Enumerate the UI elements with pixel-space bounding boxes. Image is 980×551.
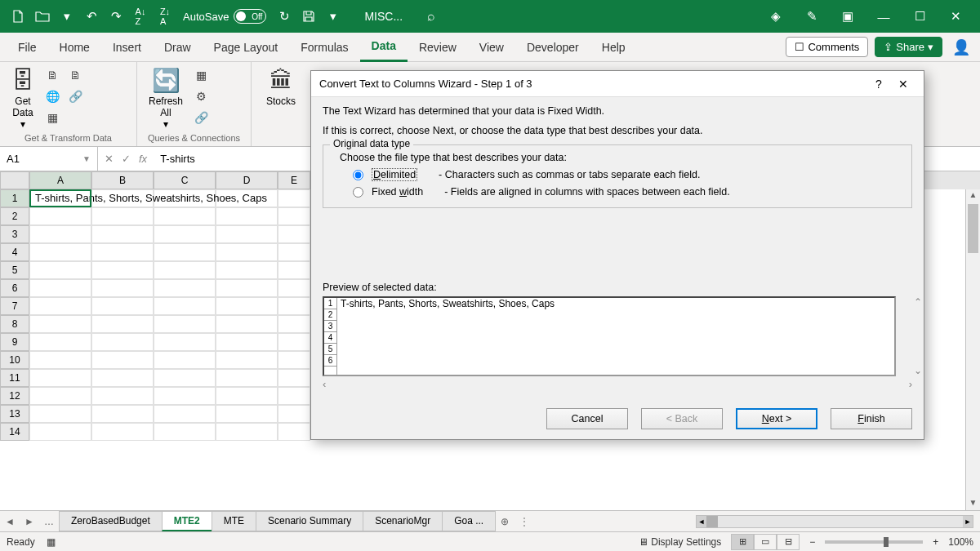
sheet-tab[interactable]: MTE [212,511,256,531]
help-button[interactable]: ? [866,78,891,91]
cell[interactable] [29,423,91,441]
from-table-icon[interactable]: ▦ [42,108,62,127]
sheet-nav-prev[interactable]: ◄ [0,516,20,527]
cell[interactable] [154,297,216,315]
stocks-button[interactable]: 🏛 Stocks [258,65,304,109]
normal-view-button[interactable]: ⊞ [731,534,754,550]
horizontal-scrollbar[interactable]: ◄ ► [696,515,973,528]
row-header[interactable]: 8 [0,315,29,333]
from-web-icon[interactable]: 🌐 [42,87,62,106]
cell[interactable] [278,333,310,351]
zoom-out-button[interactable]: − [809,536,815,548]
sort-desc-icon[interactable]: Z↓A [154,5,176,28]
cell[interactable] [216,243,278,261]
tab-file[interactable]: File [7,33,48,62]
col-header[interactable]: B [91,171,154,189]
search-icon[interactable]: ⌕ [427,9,435,24]
tab-draw[interactable]: Draw [153,33,203,62]
edit-links-icon[interactable]: 🔗 [191,108,211,127]
cell[interactable] [216,261,278,279]
save-icon[interactable] [297,5,320,28]
fx-icon[interactable]: fx [139,153,147,165]
cell[interactable] [154,423,216,441]
row-header[interactable]: 4 [0,243,29,261]
tab-formulas[interactable]: Formulas [289,33,359,62]
ribbon-display-icon[interactable]: ▣ [830,5,866,28]
scroll-left-icon[interactable]: ◄ [697,516,706,527]
cell[interactable] [216,333,278,351]
cell[interactable] [216,279,278,297]
cell[interactable] [91,279,154,297]
sheet-tab[interactable]: ZeroBasedBudget [59,511,163,531]
row-header[interactable]: 6 [0,279,29,297]
close-dialog-button[interactable]: ✕ [891,78,915,91]
row-header[interactable]: 9 [0,333,29,351]
scroll-up-icon[interactable]: ▲ [966,189,980,202]
cell[interactable] [278,297,310,315]
tab-data[interactable]: Data [360,33,408,62]
cell[interactable] [154,315,216,333]
row-header[interactable]: 13 [0,405,29,423]
row-header[interactable]: 10 [0,351,29,369]
cell[interactable] [278,243,310,261]
col-header[interactable]: E [278,171,310,189]
sheet-tab[interactable]: ScenarioMgr [363,511,443,531]
scroll-down-icon[interactable]: ▼ [966,497,980,510]
pen-icon[interactable]: ✎ [794,5,830,28]
cell[interactable] [29,297,91,315]
cell[interactable] [154,279,216,297]
cell[interactable] [91,387,154,405]
sheet-nav-next[interactable]: ► [20,516,39,527]
cell[interactable] [154,243,216,261]
diamond-icon[interactable]: ◈ [758,5,794,28]
open-file-icon[interactable] [31,5,54,28]
row-header[interactable]: 7 [0,297,29,315]
sheet-tab[interactable]: Goa ... [442,511,496,531]
refresh-all-button[interactable]: 🔄 Refresh All▾ [144,65,188,131]
cell[interactable] [29,333,91,351]
cell[interactable] [154,225,216,243]
cell[interactable] [91,315,154,333]
display-settings-button[interactable]: 🖥 Display Settings [639,536,721,548]
cell[interactable] [154,405,216,423]
scroll-right-icon[interactable]: ► [963,516,973,527]
new-file-icon[interactable] [7,5,29,28]
zoom-level[interactable]: 100% [948,536,973,548]
enter-formula-icon[interactable]: ✓ [122,153,131,165]
cell[interactable] [216,351,278,369]
sheet-tab[interactable]: MTE2 [162,511,212,531]
cell[interactable] [278,405,310,423]
cell[interactable] [278,261,310,279]
cell[interactable] [91,369,154,387]
recent-sources-icon[interactable]: 🗎 [65,65,85,85]
cell[interactable] [216,387,278,405]
tab-developer[interactable]: Developer [515,33,590,62]
share-button[interactable]: ⇪ Share ▾ [875,37,942,57]
cell[interactable] [216,369,278,387]
cell[interactable] [278,315,310,333]
cell[interactable] [91,261,154,279]
tab-help[interactable]: Help [590,33,637,62]
cell[interactable] [278,369,310,387]
col-header[interactable]: A [29,171,91,189]
row-header[interactable]: 14 [0,423,29,441]
cell[interactable] [29,243,91,261]
queries-icon[interactable]: ▦ [191,65,211,85]
preview-vscroll[interactable]: ⌃⌄ [914,296,927,376]
qat-dropdown-icon[interactable]: ▾ [322,5,345,28]
vertical-scrollbar[interactable]: ▲ ▼ [965,189,980,510]
select-all-corner[interactable] [0,171,29,189]
cell[interactable] [91,405,154,423]
new-sheet-button[interactable]: ⊕ [495,516,514,527]
sheet-tab[interactable]: Scenario Summary [256,511,363,531]
preview-hscroll[interactable]: ‹› [323,378,912,390]
cell[interactable] [29,261,91,279]
maximize-button[interactable]: ☐ [902,5,938,28]
name-box[interactable]: A1 ▼ [0,147,98,171]
cell[interactable] [91,333,154,351]
cell[interactable] [91,351,154,369]
cell[interactable] [91,423,154,441]
cell[interactable] [91,243,154,261]
toggle-switch-icon[interactable]: Off [234,9,266,24]
existing-conn-icon[interactable]: 🔗 [65,87,85,106]
